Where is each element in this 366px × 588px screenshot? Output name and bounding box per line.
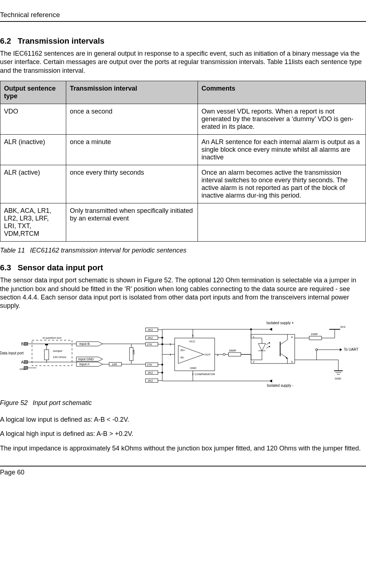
caption-text: Input port schematic: [33, 399, 92, 406]
table-cell: Only transmitted when specifically initi…: [66, 203, 198, 242]
section-6-2-heading: 6.2Transmission intervals: [0, 36, 366, 46]
label-2k2a: 2K2: [148, 328, 153, 331]
label-data-input-port-1: Data input port: [0, 351, 24, 355]
label-opto4: 4: [291, 335, 293, 339]
label-iso-minus: Isolated supply -: [267, 384, 294, 388]
page-header: Technical reference: [0, 11, 366, 22]
label-a: A: [21, 360, 24, 364]
resistor-680r: [228, 353, 241, 356]
figure-52-schematic: Data input port B A GND In junction box …: [0, 316, 366, 394]
table-cell: Once an alarm becomes active the transmi…: [198, 165, 366, 203]
jumper-block: [45, 344, 48, 345]
table-cell: [198, 203, 366, 242]
section-title: Transmission intervals: [18, 36, 104, 45]
table-cell: once a second: [66, 104, 198, 135]
label-to-uart: To UART: [344, 347, 358, 351]
label-input-a: Input A: [79, 362, 89, 366]
label-150r: 150R: [311, 333, 318, 336]
table-cell: ABK, ACA, LR1, LR2, LR3, LRF, LRI, TXT, …: [0, 203, 66, 242]
label-b: B: [21, 342, 24, 346]
figure-52-caption: Figure 52Input port schematic: [0, 399, 366, 407]
table-cell: An ALR sentence for each internal alarm …: [198, 135, 366, 165]
label-2k2c: 2K2: [148, 371, 153, 374]
table-cell: once every thirty seconds: [66, 165, 198, 203]
section-6-3-heading: 6.3Sensor data input port: [0, 263, 366, 273]
label-120ohms: 120 Ohms: [53, 355, 66, 359]
table-cell: ALR (inactive): [0, 135, 66, 165]
svg-point-49: [250, 328, 252, 330]
label-comparator: COMPARATOR: [195, 373, 215, 376]
svg-point-21: [162, 337, 163, 338]
svg-point-20: [162, 363, 163, 365]
label-jumper: Jumper: [53, 349, 63, 353]
section-number: 6.3: [0, 263, 11, 273]
label-10k: 10K: [132, 349, 135, 355]
table-header-col1: Output sentence type: [0, 81, 66, 104]
input-b-box: Input B: [76, 342, 103, 346]
label-27ka: 27K: [147, 343, 152, 346]
label-10r: 10R: [112, 363, 117, 366]
pad: [24, 342, 28, 345]
table-header-col3: Comments: [198, 81, 366, 104]
caption-text: IEC61162 transmission interval for perio…: [30, 247, 186, 254]
label-vcc: VCC: [189, 340, 195, 343]
svg-point-32: [223, 353, 225, 355]
table-row: ALR (active) once every thirty seconds O…: [0, 165, 366, 203]
table-row: VDO once a second Own vessel VDL reports…: [0, 104, 366, 135]
opto-isolator: [251, 334, 295, 363]
resistor-150r: [309, 336, 322, 340]
label-inplus: IN+: [180, 349, 185, 352]
logic-low-text: A logical low input is defined as: A-B <…: [0, 416, 366, 424]
table-cell: once a minute: [66, 135, 198, 165]
caption-label: Table 11: [0, 247, 25, 254]
section-6-3-intro: The sensor data input port schematic is …: [0, 276, 366, 310]
section-6-2-intro: The IEC61162 sentences are in general ou…: [0, 49, 366, 75]
table-row: ALR (inactive) once a minute An ALR sent…: [0, 135, 366, 165]
arrow-left-icon: [269, 380, 272, 382]
pad: [24, 361, 28, 363]
section-title: Sensor data input port: [18, 263, 103, 272]
label-gnd-comp: GND: [190, 366, 196, 370]
label-iso-plus: Isolated supply +: [266, 321, 294, 325]
label-gnd-right: GND: [335, 377, 341, 380]
caption-label: Figure 52: [0, 399, 28, 407]
table-11-caption: Table 11IEC61162 transmission interval f…: [0, 247, 366, 254]
svg-point-22: [162, 372, 163, 373]
table-cell: Own vessel VDL reports. When a report is…: [198, 104, 366, 135]
label-pin4: 4: [217, 354, 219, 357]
label-input-b: Input B: [79, 342, 90, 346]
table-cell: ALR (active): [0, 165, 66, 203]
table-header-col2: Transmission interval: [66, 81, 198, 104]
label-opto2: 2: [253, 360, 255, 363]
svg-marker-61: [340, 348, 342, 351]
logic-high-text: A logical high input is defined as: A-B …: [0, 430, 366, 438]
label-680r: 680R: [229, 349, 236, 352]
impedance-text: The input impedance is approximately 54 …: [0, 444, 366, 453]
label-inminus: IN-: [180, 356, 184, 359]
label-2k2d: 2K2: [148, 379, 153, 382]
label-out: OUT: [204, 353, 211, 356]
section-number: 6.2: [0, 36, 11, 46]
label-2k2b: 2K2: [148, 336, 153, 339]
table-row: ABK, ACA, LR1, LR2, LR3, LRF, LRI, TXT, …: [0, 203, 366, 242]
label-3v3: 3V3: [340, 325, 346, 329]
label-opto1: 1: [253, 335, 255, 339]
input-gnd-box: Input GND: [76, 357, 103, 361]
page-footer: Page 60: [0, 466, 366, 476]
label-in-junction-box: In junction box: [43, 336, 61, 339]
table-cell: VDO: [0, 104, 66, 135]
table-11: Output sentence type Transmission interv…: [0, 81, 366, 242]
label-opto3: 3: [291, 360, 293, 363]
label-input-gnd: Input GND: [78, 357, 94, 361]
resistor-120: [44, 350, 49, 360]
pad: [24, 366, 28, 369]
input-a-box: Input A: [76, 362, 103, 366]
label-27kb: 27K: [147, 363, 152, 366]
table-header-row: Output sentence type Transmission interv…: [0, 81, 366, 104]
arrow-left-icon: [269, 328, 272, 331]
